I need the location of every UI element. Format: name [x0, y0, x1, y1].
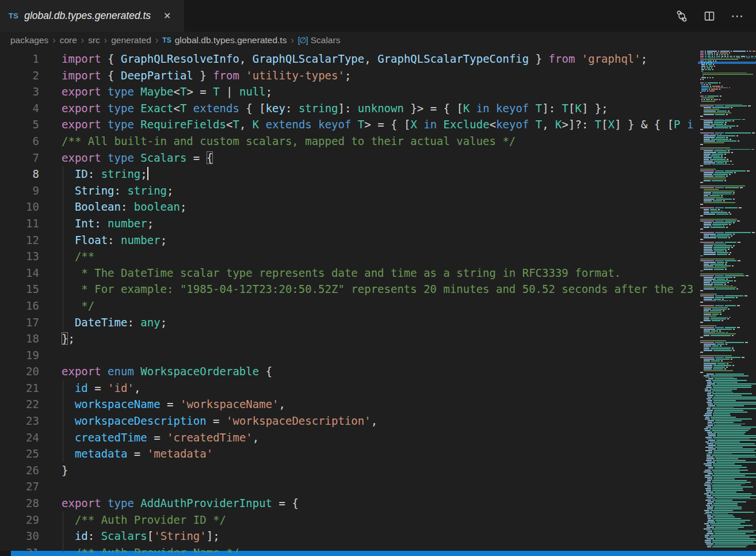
code-line[interactable]: 12 Float: number;	[0, 232, 694, 249]
code-line[interactable]: 20export enum WorkspaceOrderable {	[0, 363, 694, 380]
code-area[interactable]: 1import { GraphQLResolveInfo, GraphQLSca…	[0, 49, 694, 553]
line-number[interactable]: 25	[0, 445, 39, 462]
code-token: <	[490, 118, 496, 131]
minimap-row	[698, 280, 756, 281]
line-number[interactable]: 9	[0, 182, 39, 199]
line-number[interactable]: 27	[0, 478, 39, 495]
code-line[interactable]: 1import { GraphQLResolveInfo, GraphQLSca…	[0, 51, 694, 67]
minimap-row	[698, 538, 756, 539]
breadcrumb-item-core[interactable]: core	[60, 35, 77, 45]
line-number[interactable]: 21	[0, 380, 39, 397]
line-number[interactable]: 12	[0, 232, 39, 249]
line-number[interactable]: 30	[0, 528, 39, 544]
line-number[interactable]: 28	[0, 495, 39, 512]
minimap-row	[698, 252, 756, 253]
tab-global-db-types-generated[interactable]: TS global.db.types.generated.ts ✕	[0, 0, 184, 32]
line-number[interactable]: 18	[0, 330, 39, 347]
minimap-row	[698, 184, 756, 185]
line-number[interactable]: 24	[0, 429, 39, 446]
minimap-row	[698, 325, 756, 326]
line-number[interactable]: 3	[0, 83, 39, 100]
code-token: :	[94, 217, 108, 230]
code-line[interactable]: 11 Int: number;	[0, 215, 694, 232]
line-number[interactable]: 20	[0, 363, 39, 380]
line-number[interactable]: 11	[0, 215, 39, 232]
line-number[interactable]: 29	[0, 512, 39, 528]
code-line[interactable]: 24 createdTime = 'createdTime',	[0, 429, 694, 446]
code-line[interactable]: 28export type AddAuthProviderInput = {	[0, 495, 694, 512]
code-token: Scalars	[140, 151, 186, 164]
code-token: ] } & { [	[614, 118, 674, 131]
code-line[interactable]: 16 */	[0, 298, 694, 314]
line-number[interactable]: 1	[0, 51, 39, 67]
close-tab-icon[interactable]: ✕	[161, 9, 173, 22]
minimap-row	[698, 492, 756, 493]
line-number[interactable]: 26	[0, 462, 39, 479]
code-line[interactable]: 21 id = 'id',	[0, 380, 694, 397]
code-line[interactable]: 25 metadata = 'metadata'	[0, 445, 694, 462]
code-line[interactable]: 27	[0, 478, 694, 495]
line-number[interactable]: 2	[0, 67, 39, 84]
open-changes-button[interactable]	[673, 7, 690, 25]
code-line[interactable]: 19	[0, 347, 694, 364]
code-token: X	[608, 118, 614, 131]
code-line[interactable]: 13 /**	[0, 248, 694, 265]
minimap-row	[698, 90, 756, 92]
line-number[interactable]: 22	[0, 396, 39, 413]
code-line[interactable]: 18};	[0, 330, 694, 347]
code-token: 'id'	[108, 382, 134, 394]
line-number[interactable]: 16	[0, 298, 39, 314]
minimap-row	[698, 235, 756, 237]
code-line[interactable]: 17 DateTime: any;	[0, 314, 694, 331]
line-number[interactable]: 17	[0, 314, 39, 331]
code-line[interactable]: 22 workspaceName = 'workspaceName',	[0, 396, 694, 413]
line-number[interactable]: 7	[0, 150, 39, 166]
line-number[interactable]: 23	[0, 413, 39, 429]
indent-guide	[63, 199, 63, 215]
line-number[interactable]: 4	[0, 100, 39, 117]
code-token: ;	[140, 167, 147, 180]
code-line[interactable]: 15 * For example: "1985-04-12T23:20:50.5…	[0, 281, 694, 298]
code-token: export	[62, 85, 108, 98]
code-line[interactable]: 14 * The DateTime scalar type represents…	[0, 265, 694, 281]
code-line[interactable]: 8 ID: string;	[0, 166, 694, 182]
breadcrumb-item-src[interactable]: src	[88, 35, 100, 45]
code-line[interactable]: 3export type Maybe<T> = T | null;	[0, 83, 694, 100]
code-line[interactable]: 2import { DeepPartial } from 'utility-ty…	[0, 67, 694, 84]
code-line[interactable]: 23 workspaceDescription = 'workspaceDesc…	[0, 413, 694, 429]
line-number[interactable]: 19	[0, 347, 39, 364]
line-number[interactable]: 31	[0, 544, 39, 553]
minimap[interactable]	[698, 49, 756, 551]
code-line[interactable]: 10 Boolean: boolean;	[0, 199, 694, 215]
code-line[interactable]: 7export type Scalars = {	[0, 150, 694, 166]
code-line[interactable]: 9 String: string;	[0, 182, 694, 199]
line-number[interactable]: 10	[0, 199, 39, 215]
minimap-row	[698, 415, 756, 416]
minimap-row	[698, 314, 756, 315]
breadcrumb-item-filename[interactable]: global.db.types.generated.ts	[175, 35, 287, 45]
minimap-row	[698, 271, 756, 272]
code-line[interactable]: 29 /** Auth Provider ID */	[0, 512, 694, 528]
split-editor-button[interactable]	[701, 7, 718, 25]
minimap-row	[698, 377, 756, 378]
breadcrumb-item-scalars[interactable]: Scalars	[311, 35, 341, 45]
more-actions-button[interactable]: ⋯	[728, 7, 746, 25]
indent-guide	[63, 380, 63, 397]
code-line[interactable]: 31 /** Auth Provider Name */	[0, 544, 694, 553]
code-line[interactable]: 26}	[0, 462, 694, 479]
minimap-row	[698, 389, 756, 390]
code-line[interactable]: 5export type RequireFields<T, K extends …	[0, 116, 694, 133]
line-number[interactable]: 8	[0, 166, 39, 182]
line-number[interactable]: 14	[0, 265, 39, 281]
line-number[interactable]: 5	[0, 116, 39, 133]
line-number[interactable]: 15	[0, 281, 39, 298]
breadcrumb-item-generated[interactable]: generated	[111, 35, 151, 45]
breadcrumb-item-packages[interactable]: packages	[10, 35, 48, 45]
code-token	[62, 447, 75, 460]
minimap-row	[698, 320, 756, 321]
code-line[interactable]: 6/** All built-in and custom scalars, ma…	[0, 133, 694, 150]
line-number[interactable]: 13	[0, 248, 39, 265]
code-line[interactable]: 4export type Exact<T extends { [key: str…	[0, 100, 694, 117]
code-line[interactable]: 30 id: Scalars['String'];	[0, 528, 694, 544]
line-number[interactable]: 6	[0, 133, 39, 150]
